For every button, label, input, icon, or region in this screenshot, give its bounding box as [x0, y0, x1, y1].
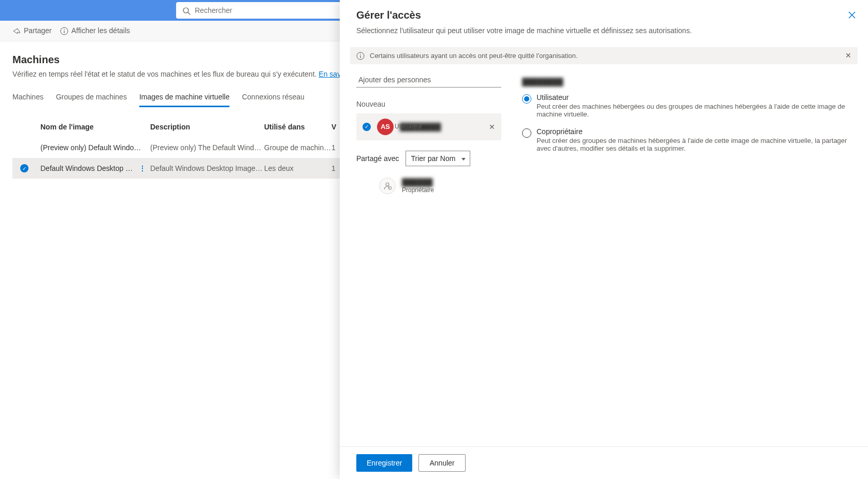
panel-header: Gérer l'accès Sélectionnez l'utilisateur…	[340, 0, 868, 41]
tab-machines[interactable]: Machines	[12, 89, 44, 106]
person-icon	[379, 178, 396, 194]
shared-with-row: Partagé avec Trier par Nom	[356, 151, 501, 166]
svg-point-9	[360, 53, 361, 54]
panel-left-column: Nouveau ✓ AS ████████ ✕ Utilisateur Part…	[356, 72, 501, 438]
cell-desc: Default Windows Desktop Image for use i…	[150, 164, 264, 172]
close-panel-button[interactable]	[848, 9, 856, 20]
radio-option-user[interactable]: Utilisateur Peut créer des machines hébe…	[522, 93, 851, 118]
manage-access-panel: Gérer l'accès Sélectionnez l'utilisateur…	[340, 0, 868, 479]
panel-subtitle: Sélectionnez l'utilisateur qui peut util…	[356, 26, 851, 35]
radio-icon	[522, 94, 531, 104]
radio-description: Peut créer des machines hébergées ou des…	[537, 103, 851, 118]
col-used[interactable]: Utilisé dans	[264, 123, 331, 131]
cell-name: Default Windows Desktop I… ⋮	[36, 164, 150, 172]
add-people-input[interactable]	[356, 72, 501, 88]
check-icon: ✓	[20, 164, 28, 172]
details-button[interactable]: Afficher les détails	[60, 26, 130, 35]
share-icon	[12, 26, 21, 35]
svg-point-0	[183, 8, 189, 13]
row-checkbox[interactable]: ✓	[12, 164, 36, 172]
cell-name: (Preview only) Default Windo…	[36, 143, 150, 152]
close-icon: ✕	[845, 51, 851, 60]
radio-icon	[522, 128, 531, 138]
owner-row[interactable]: ██████ Propriétaire	[356, 175, 501, 197]
panel-body: Nouveau ✓ AS ████████ ✕ Utilisateur Part…	[340, 64, 868, 446]
dismiss-info-button[interactable]: ✕	[845, 51, 851, 60]
info-icon	[60, 26, 68, 35]
tab-groups[interactable]: Groupes de machines	[56, 89, 127, 106]
cancel-button[interactable]: Annuler	[418, 454, 465, 472]
check-icon: ✓	[363, 123, 371, 131]
shared-with-label: Partagé avec	[356, 154, 399, 163]
save-button[interactable]: Enregistrer	[356, 454, 412, 472]
tab-images[interactable]: Images de machine virtuelle	[139, 89, 229, 106]
details-label: Afficher les détails	[71, 26, 130, 35]
avatar: AS	[377, 119, 394, 135]
permissions-header: ████████	[522, 78, 851, 86]
panel-title: Gérer l'accès	[356, 9, 851, 21]
col-name[interactable]: Nom de l'image	[36, 123, 150, 131]
radio-label: Copropriétaire	[537, 127, 851, 136]
sort-dropdown[interactable]: Trier par Nom	[406, 151, 471, 166]
owner-info: ██████ Propriétaire	[402, 178, 434, 194]
owner-role: Propriétaire	[402, 186, 434, 194]
tab-connections[interactable]: Connexions réseau	[242, 89, 305, 106]
cell-used: Groupe de machines h…	[264, 143, 331, 152]
info-icon	[356, 51, 365, 60]
radio-option-coowner[interactable]: Copropriétaire Peut créer des groupes de…	[522, 127, 851, 152]
svg-point-4	[64, 29, 65, 30]
cell-desc: (Preview only) The Default Windows Desk…	[150, 143, 264, 152]
radio-label: Utilisateur	[537, 93, 851, 101]
sort-value: Trier par Nom	[411, 154, 456, 163]
more-icon[interactable]: ⋮	[135, 164, 150, 172]
col-desc[interactable]: Description	[150, 123, 264, 131]
share-label: Partager	[24, 26, 52, 35]
info-message: Certains utilisateurs ayant un accès ont…	[350, 47, 858, 64]
info-text: Certains utilisateurs ayant un accès ont…	[370, 52, 577, 60]
radio-description: Peut créer des groupes de machines héber…	[537, 137, 851, 152]
svg-line-1	[188, 12, 190, 14]
new-section-label: Nouveau	[356, 100, 501, 108]
panel-footer: Enregistrer Annuler	[340, 446, 868, 479]
svg-point-10	[386, 183, 389, 186]
user-role-label: Utilisateur	[395, 123, 501, 130]
panel-right-column: ████████ Utilisateur Peut créer des mach…	[522, 72, 851, 438]
share-button[interactable]: Partager	[12, 26, 52, 35]
search-icon	[182, 6, 191, 14]
cell-used: Les deux	[264, 164, 331, 172]
close-icon	[848, 9, 856, 20]
